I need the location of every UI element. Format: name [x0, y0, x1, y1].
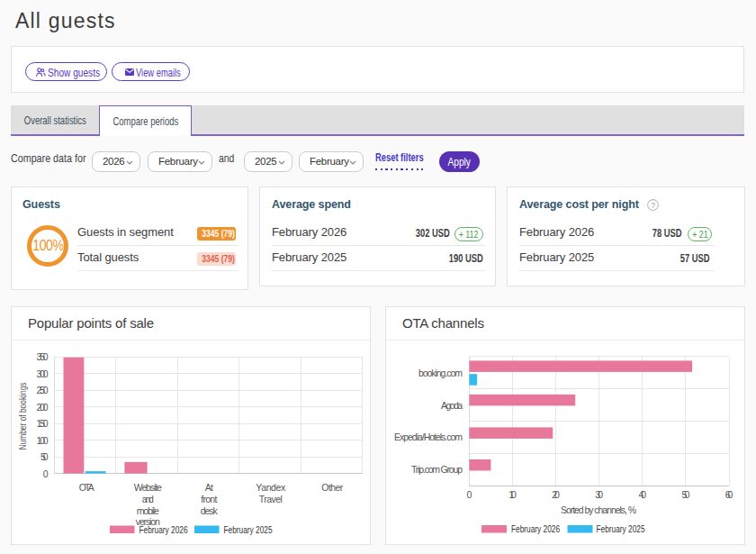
- svg-text:mobile: mobile: [137, 505, 159, 516]
- svg-text:50: 50: [40, 451, 49, 462]
- svg-text:desk: desk: [201, 505, 219, 516]
- svg-text:30: 30: [595, 489, 603, 500]
- svg-text:February 2025: February 2025: [224, 524, 273, 535]
- svg-text:Yandex: Yandex: [256, 482, 286, 493]
- svg-text:350: 350: [37, 351, 49, 362]
- svg-text:100: 100: [37, 435, 49, 446]
- svg-text:Number of bookings: Number of bookings: [17, 383, 28, 450]
- svg-text:300: 300: [37, 368, 49, 379]
- svg-text:front: front: [201, 494, 217, 504]
- svg-text:0: 0: [43, 468, 49, 479]
- svg-text:OTA: OTA: [79, 482, 94, 493]
- svg-text:250: 250: [37, 385, 49, 395]
- svg-text:Expedia/Hotels.com: Expedia/Hotels.com: [394, 431, 463, 442]
- svg-text:Other: Other: [321, 482, 344, 493]
- svg-text:?: ?: [651, 200, 655, 209]
- svg-text:February 2026: February 2026: [140, 524, 188, 535]
- svg-text:Website: Website: [134, 482, 162, 493]
- svg-text:150: 150: [37, 418, 49, 429]
- svg-text:and: and: [142, 494, 154, 504]
- svg-text:Agoda: Agoda: [441, 400, 463, 411]
- svg-text:Trip.com Group: Trip.com Group: [411, 464, 463, 475]
- svg-text:20: 20: [552, 489, 560, 500]
- svg-text:60: 60: [725, 489, 734, 500]
- svg-text:10: 10: [508, 489, 517, 500]
- svg-text:50: 50: [682, 489, 690, 500]
- svg-text:February 2026: February 2026: [511, 523, 560, 534]
- svg-text:0: 0: [466, 489, 472, 500]
- svg-text:February 2025: February 2025: [597, 523, 645, 534]
- svg-text:booking.com: booking.com: [418, 368, 463, 378]
- svg-text:Travel: Travel: [259, 494, 283, 504]
- svg-text:200: 200: [37, 402, 49, 413]
- svg-text:40: 40: [638, 489, 646, 500]
- svg-text:At: At: [205, 482, 213, 493]
- svg-text:Sorted by channels, %: Sorted by channels, %: [561, 504, 636, 515]
